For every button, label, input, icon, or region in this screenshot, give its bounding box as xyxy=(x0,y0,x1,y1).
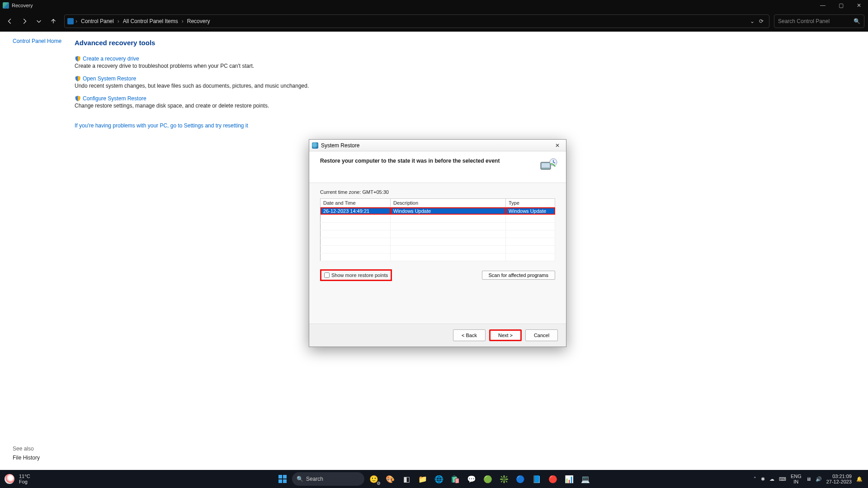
taskbar-right: ˄ ✱ ☁ ⌨ ENG IN 🖥 🔊 03:21:09 27-12-2023 🔔 xyxy=(754,474,868,484)
back-button-dialog[interactable]: < Back xyxy=(453,329,486,341)
taskbar: 11°C Fog 🔍 Search 🙂⚙ 🎨 ◧ 📁 🌐 🛍️ 💬 🟢 ❇️ 🔵… xyxy=(0,470,868,488)
svg-rect-4 xyxy=(283,475,287,479)
open-system-restore-link[interactable]: Open System Restore xyxy=(83,75,136,82)
start-button[interactable] xyxy=(276,472,289,486)
weather-temp: 11°C xyxy=(19,474,30,479)
breadcrumb-leaf[interactable]: Recovery xyxy=(185,17,212,25)
notifications-icon[interactable]: 🔔 xyxy=(856,476,863,482)
search-icon: 🔍 xyxy=(854,18,860,24)
taskbar-app-monitor[interactable]: 📊 xyxy=(562,472,576,486)
show-more-checkbox-input[interactable] xyxy=(324,272,330,278)
settings-reset-link[interactable]: If you're having problems with your PC, … xyxy=(75,122,248,129)
taskbar-app-slack[interactable]: ❇️ xyxy=(497,472,511,486)
refresh-icon[interactable]: ⟳ xyxy=(759,18,764,24)
clock-date: 27-12-2023 xyxy=(826,479,852,484)
configure-system-restore-link[interactable]: Configure System Restore xyxy=(83,95,146,102)
shield-icon xyxy=(75,95,81,102)
volume-icon[interactable]: 🔊 xyxy=(816,476,822,482)
dialog-footer: < Back Next > Cancel xyxy=(309,324,566,347)
close-window-button[interactable]: ✕ xyxy=(850,0,868,11)
create-recovery-drive-desc: Create a recovery drive to troubleshoot … xyxy=(75,63,868,69)
dialog-titlebar[interactable]: System Restore ✕ xyxy=(309,140,566,151)
taskbar-app-taskview[interactable]: ◧ xyxy=(400,472,413,486)
table-row xyxy=(321,230,555,238)
tray-icon-1[interactable]: ✱ xyxy=(761,476,765,482)
timezone-label: Current time zone: GMT+05:30 xyxy=(320,189,555,195)
address-dropdown-icon[interactable]: ⌄ xyxy=(750,18,755,24)
app-icon xyxy=(3,2,9,9)
control-panel-home-link[interactable]: Control Panel Home xyxy=(13,38,61,44)
dialog-title: System Restore xyxy=(321,142,359,149)
see-also-header: See also xyxy=(13,446,40,452)
breadcrumb-mid[interactable]: All Control Panel Items xyxy=(121,17,180,25)
taskbar-app-chrome[interactable]: 🔵 xyxy=(514,472,527,486)
cell-type: Windows Update xyxy=(506,207,555,215)
taskbar-app-edge[interactable]: 🌐 xyxy=(432,472,446,486)
weather-cond: Fog xyxy=(19,479,30,484)
window-title: Recovery xyxy=(12,3,33,8)
up-button[interactable] xyxy=(47,15,60,28)
minimize-button[interactable]: — xyxy=(814,0,832,11)
clock-time: 03:21:09 xyxy=(832,474,852,479)
taskbar-app-spotify[interactable]: 🟢 xyxy=(481,472,495,486)
breadcrumb-root[interactable]: Control Panel xyxy=(79,17,116,25)
lang-bot: IN xyxy=(793,479,798,484)
file-history-link[interactable]: File History xyxy=(13,455,40,461)
svg-rect-6 xyxy=(283,479,287,483)
control-panel-icon xyxy=(67,18,74,24)
tray-onedrive-icon[interactable]: ☁ xyxy=(769,476,774,482)
address-bar[interactable]: › Control Panel › All Control Panel Item… xyxy=(64,14,769,28)
language-indicator[interactable]: ENG IN xyxy=(791,474,802,484)
see-also: See also File History xyxy=(13,446,40,461)
shield-icon xyxy=(75,75,81,82)
page-heading: Advanced recovery tools xyxy=(75,39,868,47)
titlebar: Recovery — ▢ ✕ xyxy=(0,0,868,11)
taskbar-center: 🔍 Search 🙂⚙ 🎨 ◧ 📁 🌐 🛍️ 💬 🟢 ❇️ 🔵 📘 🔴 📊 💻 xyxy=(276,472,592,486)
configure-system-restore-desc: Change restore settings, manage disk spa… xyxy=(75,103,868,109)
taskbar-app-copilot[interactable]: 🙂⚙ xyxy=(367,472,381,486)
taskbar-app-explorer[interactable]: 📁 xyxy=(416,472,429,486)
show-more-restore-points-checkbox[interactable]: Show more restore points xyxy=(320,269,392,281)
taskbar-app-1[interactable]: 🎨 xyxy=(383,472,397,486)
dialog-header-text: Restore your computer to the state it wa… xyxy=(320,158,500,164)
maximize-button[interactable]: ▢ xyxy=(832,0,850,11)
col-date-time[interactable]: Date and Time xyxy=(321,199,391,207)
dialog-body: Current time zone: GMT+05:30 Date and Ti… xyxy=(309,183,566,324)
taskbar-search-label: Search xyxy=(306,476,323,482)
restore-points-table[interactable]: Date and Time Description Type 26-12-202… xyxy=(320,198,555,261)
taskbar-app-store[interactable]: 🛍️ xyxy=(448,472,462,486)
taskbar-search[interactable]: 🔍 Search xyxy=(292,472,364,486)
taskbar-app-red[interactable]: 🔴 xyxy=(546,472,560,486)
dialog-close-button[interactable]: ✕ xyxy=(549,140,566,151)
search-input[interactable]: Search Control Panel 🔍 xyxy=(774,14,864,28)
table-row xyxy=(321,222,555,230)
col-description[interactable]: Description xyxy=(391,199,506,207)
weather-icon xyxy=(5,474,14,484)
col-type[interactable]: Type xyxy=(506,199,555,207)
svg-rect-1 xyxy=(542,163,550,168)
cancel-button[interactable]: Cancel xyxy=(525,329,558,341)
chevron-right-icon: › xyxy=(182,18,184,24)
taskbar-app-restore[interactable]: 💻 xyxy=(579,472,592,486)
table-row xyxy=(321,215,555,222)
restore-point-row-selected[interactable]: 26-12-2023 14:49:21 Windows Update Windo… xyxy=(321,207,555,215)
recent-dropdown[interactable] xyxy=(33,15,45,28)
create-recovery-drive-link[interactable]: Create a recovery drive xyxy=(83,56,139,62)
taskbar-weather[interactable]: 11°C Fog xyxy=(0,474,30,484)
search-icon: 🔍 xyxy=(297,476,303,482)
lang-top: ENG xyxy=(791,474,802,479)
tray-chevron-icon[interactable]: ˄ xyxy=(754,476,756,482)
open-system-restore-desc: Undo recent system changes, but leave fi… xyxy=(75,83,868,89)
network-icon[interactable]: 🖥 xyxy=(806,476,811,482)
tool-configure-system-restore: Configure System Restore Change restore … xyxy=(75,95,868,109)
clock[interactable]: 03:21:09 27-12-2023 xyxy=(826,474,852,484)
tray-keyboard-icon[interactable]: ⌨ xyxy=(779,476,786,482)
next-button[interactable]: Next > xyxy=(489,329,522,341)
forward-button[interactable] xyxy=(18,15,31,28)
taskbar-app-vscode[interactable]: 📘 xyxy=(530,472,543,486)
back-button[interactable] xyxy=(4,15,16,28)
shield-icon xyxy=(75,56,81,62)
scan-affected-programs-button[interactable]: Scan for affected programs xyxy=(482,271,555,280)
toolbar: › Control Panel › All Control Panel Item… xyxy=(0,11,868,32)
taskbar-app-whatsapp[interactable]: 💬 xyxy=(465,472,478,486)
